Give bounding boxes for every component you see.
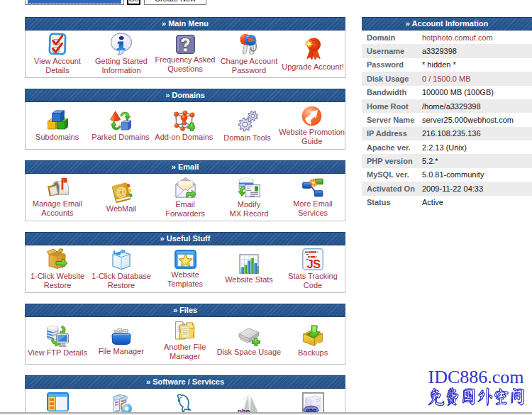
svg-text:JS: JS: [306, 258, 321, 270]
